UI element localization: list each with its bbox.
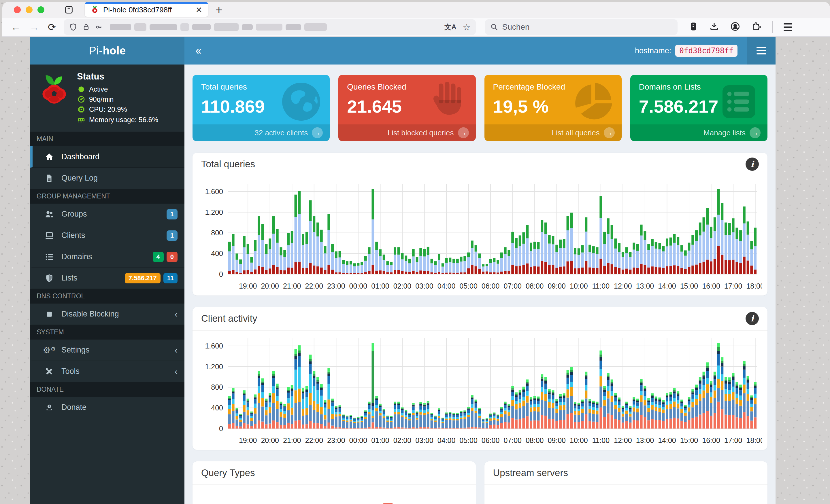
stacked-bar[interactable]	[331, 399, 334, 429]
stacked-bar[interactable]	[397, 402, 400, 429]
stacked-bar[interactable]	[703, 372, 705, 429]
stacked-bar[interactable]	[350, 415, 352, 429]
stacked-bar[interactable]	[298, 345, 300, 429]
stacked-bar[interactable]	[747, 222, 749, 274]
stacked-bar[interactable]	[423, 403, 426, 429]
stacked-bar[interactable]	[482, 419, 484, 429]
stacked-bar[interactable]	[658, 243, 661, 274]
stacked-bar[interactable]	[633, 243, 635, 274]
stacked-bar[interactable]	[680, 400, 683, 429]
search-bar[interactable]: Suchen	[485, 19, 677, 35]
stacked-bar[interactable]	[419, 248, 422, 274]
stacked-bar[interactable]	[695, 230, 698, 274]
stacked-bar[interactable]	[643, 385, 646, 429]
stacked-bar[interactable]	[309, 355, 312, 429]
stacked-bar[interactable]	[350, 261, 352, 274]
stacked-bar[interactable]	[567, 370, 569, 429]
browser-tab[interactable]: Pi-hole 0fd38cd798ff ✕	[85, 3, 208, 17]
stacked-bar[interactable]	[261, 224, 264, 274]
stacked-bar[interactable]	[280, 247, 282, 274]
stacked-bar[interactable]	[276, 229, 279, 274]
stacked-bar[interactable]	[331, 244, 334, 274]
stacked-bar[interactable]	[614, 393, 617, 429]
stacked-bar[interactable]	[456, 413, 459, 429]
stacked-bar[interactable]	[662, 246, 665, 274]
stacked-bar[interactable]	[493, 412, 496, 429]
stacked-bar[interactable]	[232, 388, 234, 429]
sidebar-item-disable-blocking[interactable]: Disable Blocking ‹	[30, 304, 185, 325]
stacked-bar[interactable]	[530, 243, 532, 274]
stacked-bar[interactable]	[511, 386, 514, 429]
stacked-bar[interactable]	[346, 415, 348, 429]
stacked-bar[interactable]	[647, 244, 650, 274]
stacked-bar[interactable]	[272, 216, 275, 274]
stacked-bar[interactable]	[588, 245, 591, 274]
stacked-bar[interactable]	[544, 223, 547, 274]
stacked-bar[interactable]	[265, 399, 267, 429]
stacked-bar[interactable]	[629, 252, 632, 274]
stacked-bar[interactable]	[364, 256, 367, 274]
stacked-bar[interactable]	[515, 392, 518, 429]
stacked-bar[interactable]	[710, 227, 712, 274]
sidebar-item-lists[interactable]: Lists 7.586.217 11	[30, 268, 185, 289]
extensions-icon[interactable]	[751, 22, 761, 33]
stacked-bar[interactable]	[621, 252, 624, 274]
stacked-bar[interactable]	[515, 238, 518, 274]
stacked-bar[interactable]	[360, 262, 363, 274]
stacked-bar[interactable]	[320, 384, 323, 429]
card-footer-link[interactable]: List all queries →	[484, 125, 621, 141]
stacked-bar[interactable]	[680, 245, 683, 274]
checkbox-checked-icon[interactable]: ✓	[383, 503, 393, 504]
stacked-bar[interactable]	[280, 402, 282, 429]
stacked-bar[interactable]	[526, 379, 529, 429]
stacked-bar[interactable]	[394, 402, 396, 429]
stacked-bar[interactable]	[658, 397, 661, 429]
sidebar-item-query-log[interactable]: Query Log	[30, 168, 185, 189]
stacked-bar[interactable]	[471, 395, 474, 429]
stacked-bar[interactable]	[379, 249, 382, 274]
stacked-bar[interactable]	[600, 350, 602, 429]
stacked-bar[interactable]	[588, 399, 591, 429]
stacked-bar[interactable]	[574, 402, 576, 429]
stacked-bar[interactable]	[552, 236, 554, 274]
stacked-bar[interactable]	[655, 242, 658, 274]
stacked-bar[interactable]	[298, 191, 300, 274]
stacked-bar[interactable]	[386, 261, 389, 274]
stacked-bar[interactable]	[401, 407, 404, 429]
stacked-bar[interactable]	[585, 372, 587, 429]
stacked-bar[interactable]	[320, 230, 323, 274]
stacked-bar[interactable]	[691, 235, 694, 274]
stacked-bar[interactable]	[578, 248, 580, 274]
stacked-bar[interactable]	[379, 404, 382, 429]
stacked-bar[interactable]	[537, 397, 540, 429]
stacked-bar[interactable]	[526, 225, 529, 274]
stacked-bar[interactable]	[626, 402, 628, 429]
stacked-bar[interactable]	[618, 397, 620, 429]
info-icon[interactable]: i	[745, 312, 759, 325]
stacked-bar[interactable]	[339, 251, 341, 274]
stacked-bar[interactable]	[478, 408, 481, 429]
stacked-bar[interactable]	[706, 208, 709, 274]
stacked-bar[interactable]	[563, 394, 566, 429]
stacked-bar[interactable]	[728, 223, 731, 274]
stacked-bar[interactable]	[475, 400, 477, 429]
zoom-window-button[interactable]	[37, 6, 44, 13]
stacked-bar[interactable]	[534, 242, 536, 274]
stacked-bar[interactable]	[235, 254, 238, 274]
stacked-bar[interactable]	[397, 247, 400, 274]
stacked-bar[interactable]	[342, 415, 345, 429]
brand-logo[interactable]: Pi-hole	[30, 37, 185, 65]
stacked-bar[interactable]	[412, 249, 415, 274]
stacked-bar[interactable]	[243, 236, 246, 274]
stacked-bar[interactable]	[662, 400, 665, 429]
stacked-bar[interactable]	[287, 233, 290, 274]
stacked-bar[interactable]	[747, 376, 749, 429]
stacked-bar[interactable]	[254, 240, 256, 274]
sidebar-item-clients[interactable]: Clients 1	[30, 225, 185, 246]
stacked-bar[interactable]	[368, 247, 371, 274]
stacked-bar[interactable]	[754, 228, 757, 274]
stacked-bar[interactable]	[265, 244, 267, 274]
stacked-bar[interactable]	[287, 387, 290, 429]
stacked-bar[interactable]	[544, 377, 547, 429]
stacked-bar[interactable]	[467, 253, 470, 274]
